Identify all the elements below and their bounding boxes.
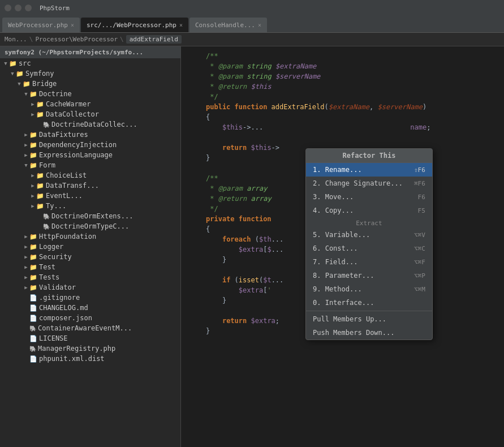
tree-item-doctrineormextens[interactable]: 🐘 DoctrineOrmExtens... bbox=[0, 211, 180, 221]
code-line: $this->... name; bbox=[181, 122, 504, 132]
menu-item-interface[interactable]: 0. Interface... bbox=[306, 296, 432, 310]
menu-item-copy[interactable]: 4. Copy... F5 bbox=[306, 204, 432, 217]
menu-item-pull-members-up[interactable]: Pull Members Up... bbox=[306, 312, 432, 326]
tree-item-changelog[interactable]: 📄 CHANGELOG.md bbox=[0, 303, 180, 313]
sidebar-header: symfony2 (~/PhpstormProjects/symfo... bbox=[0, 46, 180, 58]
breadcrumb-addextrafield[interactable]: addExtraField bbox=[126, 35, 182, 44]
folder-icon: 📁 bbox=[29, 264, 37, 271]
tree-item-validator[interactable]: ▶ 📁 Validator bbox=[0, 282, 180, 293]
php-icon: 🐘 bbox=[43, 224, 50, 230]
code-line: /** bbox=[181, 51, 504, 61]
tree-item-httpfoundation[interactable]: ▶ 📁 HttpFoundation bbox=[0, 231, 180, 242]
menu-item-const[interactable]: 6. Const... ⌥⌘C bbox=[306, 242, 432, 255]
tree-item-form[interactable]: ▼ 📁 Form bbox=[0, 160, 180, 170]
tree-item-bridge[interactable]: ▼ 📁 Bridge bbox=[0, 79, 180, 89]
tree-item-phpunit[interactable]: 📄 phpunit.xml.dist bbox=[0, 354, 180, 364]
app-title: PhpStorm bbox=[40, 5, 70, 12]
arrow-icon: ▶ bbox=[23, 264, 29, 270]
tab-webprocessor-src[interactable]: src/.../WebProcessor.php × bbox=[81, 18, 188, 32]
tree-item-expressionlanguage[interactable]: ▶ 📁 ExpressionLanguage bbox=[0, 150, 180, 160]
tree-item-src[interactable]: ▼ 📁 src bbox=[0, 58, 180, 68]
tree-item-test[interactable]: ▶ 📁 Test bbox=[0, 262, 180, 272]
tree-item-symfony[interactable]: ▼ 📁 Symfony bbox=[0, 68, 180, 79]
minimize-button[interactable] bbox=[15, 5, 21, 11]
arrow-icon: ▶ bbox=[29, 111, 36, 117]
folder-icon: 📁 bbox=[29, 253, 37, 261]
tree-item-logger[interactable]: ▶ 📁 Logger bbox=[0, 242, 180, 252]
folder-icon: 📁 bbox=[29, 131, 37, 139]
folder-icon: 📁 bbox=[36, 203, 44, 210]
menu-item-rename[interactable]: 1. Rename... ⇧F6 bbox=[306, 163, 432, 177]
arrow-icon: ▶ bbox=[23, 244, 29, 250]
tab-bar: WebProcessor.php × src/.../WebProcessor.… bbox=[0, 16, 504, 33]
sidebar: symfony2 (~/PhpstormProjects/symfo... ▼ … bbox=[0, 46, 181, 447]
editor-area: /** * @param string $extraName * @param … bbox=[181, 46, 504, 447]
breadcrumb-processor[interactable]: Processor\WebProcessor bbox=[35, 36, 118, 43]
code-line: * @param string $serverName bbox=[181, 71, 504, 81]
tab-close-icon[interactable]: × bbox=[71, 22, 74, 28]
tree-item-datatransf[interactable]: ▶ 📁 DataTransf... bbox=[0, 180, 180, 191]
menu-item-move[interactable]: 3. Move... F6 bbox=[306, 190, 432, 204]
folder-icon: 📁 bbox=[23, 80, 31, 88]
folder-icon: 📁 bbox=[29, 162, 37, 169]
arrow-icon: ▶ bbox=[23, 132, 29, 137]
maximize-button[interactable] bbox=[25, 5, 32, 11]
title-bar: PhpStorm bbox=[0, 0, 504, 16]
php-icon: 🐘 bbox=[29, 325, 36, 332]
arrow-icon: ▼ bbox=[23, 162, 29, 168]
tree-item-choicelist[interactable]: ▶ 📁 ChoiceList bbox=[0, 170, 180, 180]
menu-item-parameter[interactable]: 8. Parameter... ⌥⌘P bbox=[306, 269, 432, 282]
folder-icon: 📁 bbox=[29, 91, 37, 98]
tree-item-tests[interactable]: ▶ 📁 Tests bbox=[0, 272, 180, 282]
arrow-icon: ▶ bbox=[29, 193, 36, 199]
breadcrumb-mon[interactable]: Mon... bbox=[5, 36, 27, 43]
menu-section-extract: Extract bbox=[306, 217, 432, 228]
tab-webprocessor[interactable]: WebProcessor.php × bbox=[2, 18, 80, 32]
file-icon: 📄 bbox=[29, 304, 37, 312]
tree-item-doctrineormtypec[interactable]: 🐘 DoctrineOrmTypeC... bbox=[0, 221, 180, 231]
tab-consolehandle[interactable]: ConsoleHandle... × bbox=[189, 18, 267, 32]
menu-item-field[interactable]: 7. Field... ⌥⌘F bbox=[306, 255, 432, 269]
folder-icon: 📁 bbox=[36, 182, 44, 190]
file-icon: 📄 bbox=[29, 335, 37, 342]
arrow-icon: ▶ bbox=[29, 173, 36, 178]
arrow-icon: ▶ bbox=[29, 203, 36, 209]
menu-separator bbox=[306, 311, 432, 311]
menu-header: Refactor This bbox=[306, 149, 432, 163]
menu-item-variable[interactable]: 5. Variable... ⌥⌘V bbox=[306, 228, 432, 242]
breadcrumb-sep-2: \ bbox=[120, 36, 124, 43]
tree-item-license[interactable]: 📄 LICENSE bbox=[0, 333, 180, 343]
menu-item-push-members-down[interactable]: Push Members Down... bbox=[306, 326, 432, 339]
tree-item-dependencyinjection[interactable]: ▶ 📁 DependencyInjection bbox=[0, 140, 180, 150]
code-line bbox=[181, 132, 504, 143]
tree-item-managerregistry[interactable]: 🐘 ManagerRegistry.php bbox=[0, 343, 180, 354]
php-icon: 🐘 bbox=[43, 122, 50, 128]
tree-item-datafixtures[interactable]: ▶ 📁 DataFixtures bbox=[0, 130, 180, 140]
arrow-icon: ▶ bbox=[29, 101, 36, 107]
arrow-icon: ▼ bbox=[16, 81, 23, 87]
file-icon: 📄 bbox=[29, 294, 37, 302]
folder-icon: 📁 bbox=[16, 70, 24, 78]
tree-item-doctrine[interactable]: ▼ 📁 Doctrine bbox=[0, 89, 180, 99]
menu-item-method[interactable]: 9. Method... ⌥⌘M bbox=[306, 282, 432, 296]
tree-item-datacollector[interactable]: ▶ 📁 DataCollector bbox=[0, 109, 180, 119]
tree-item-eventl[interactable]: ▶ 📁 EventL... bbox=[0, 191, 180, 201]
menu-item-change-signature[interactable]: 2. Change Signature... ⌘F6 bbox=[306, 177, 432, 190]
folder-icon: 📁 bbox=[29, 233, 37, 240]
folder-icon: 📁 bbox=[29, 284, 37, 291]
tab-close-icon-3[interactable]: × bbox=[258, 22, 261, 28]
arrow-icon: ▶ bbox=[29, 183, 36, 188]
folder-icon: 📁 bbox=[36, 172, 44, 179]
code-line: { bbox=[181, 112, 504, 122]
tab-close-icon-2[interactable]: × bbox=[179, 22, 183, 28]
tree-item-gitignore[interactable]: 📄 .gitignore bbox=[0, 293, 180, 303]
tree-item-doctrinedatacollector[interactable]: 🐘 DoctrineDataCollec... bbox=[0, 119, 180, 130]
folder-icon: 📁 bbox=[36, 101, 44, 108]
tree-item-composer[interactable]: 📄 composer.json bbox=[0, 313, 180, 323]
tree-item-cachewarmer[interactable]: ▶ 📁 CacheWarmer bbox=[0, 99, 180, 109]
close-button[interactable] bbox=[5, 5, 11, 11]
breadcrumb-bar: Mon... \ Processor\WebProcessor \ addExt… bbox=[0, 33, 504, 46]
tree-item-security[interactable]: ▶ 📁 Security bbox=[0, 252, 180, 262]
tree-item-ty[interactable]: ▶ 📁 Ty... bbox=[0, 201, 180, 211]
tree-item-containerawareeventm[interactable]: 🐘 ContainerAwareEventM... bbox=[0, 323, 180, 333]
